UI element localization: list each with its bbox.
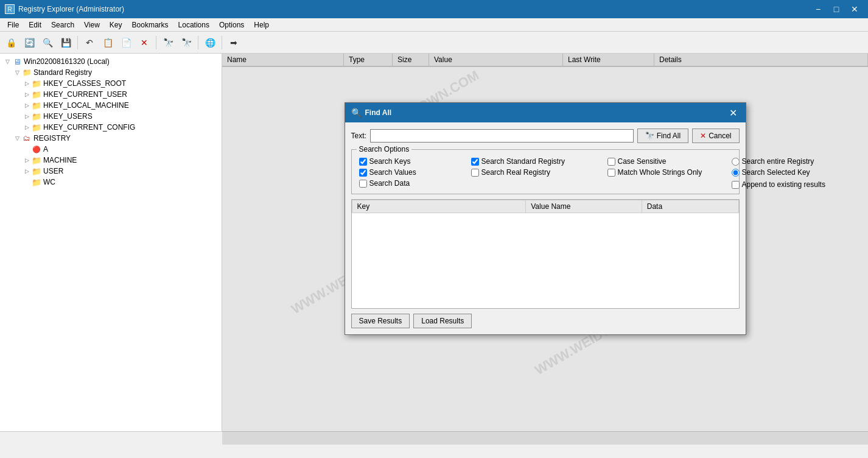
menu-locations[interactable]: Locations xyxy=(173,19,214,30)
copy-button[interactable]: 📋 xyxy=(99,34,116,51)
reg-user-label: USER xyxy=(43,167,63,175)
tree-hkcc[interactable]: ▷ 📁 HKEY_CURRENT_CONFIG xyxy=(2,122,219,133)
case-sensitive-label[interactable]: Case Sensitive xyxy=(618,157,667,166)
find-text-input[interactable] xyxy=(370,129,634,143)
menu-help[interactable]: Help xyxy=(249,19,274,30)
append-to-existing-checkbox[interactable] xyxy=(732,181,740,189)
search-keys-label[interactable]: Search Keys xyxy=(369,157,411,166)
find-all-button[interactable]: 🔭 Find All xyxy=(637,129,688,143)
tree-reg-a[interactable]: 🔴 A xyxy=(2,144,219,155)
options-col-1: Search Keys Search Values Search Data xyxy=(359,157,469,189)
hku-expander[interactable]: ▷ xyxy=(22,111,32,121)
refresh-button[interactable]: 🔄 xyxy=(21,34,38,51)
registry-expander[interactable]: ▽ xyxy=(12,133,22,143)
tree-reg-user[interactable]: ▷ 📁 USER xyxy=(2,166,219,177)
hklm-icon: 📁 xyxy=(32,100,41,110)
cancel-label: Cancel xyxy=(709,132,731,140)
lock-button[interactable]: 🔒 xyxy=(2,34,19,51)
results-table-container: Key Value Name Data xyxy=(351,199,740,309)
menu-file[interactable]: File xyxy=(2,19,24,30)
computer-icon: 🖥 xyxy=(12,57,22,66)
search-real-registry-label[interactable]: Search Real Registry xyxy=(481,168,550,177)
binoculars2-button[interactable]: 🔭 xyxy=(178,34,195,51)
registry-icon: 🗂 xyxy=(22,133,32,143)
results-header-row: Key Value Name Data xyxy=(352,200,738,213)
save-button[interactable]: 💾 xyxy=(57,34,74,51)
find-dialog-close-button[interactable]: ✕ xyxy=(727,107,740,119)
match-whole-strings-label[interactable]: Match Whole Strings Only xyxy=(618,168,702,177)
reg-wc-expander[interactable] xyxy=(22,177,32,187)
root-expander[interactable]: ▽ xyxy=(2,57,12,66)
bookmark-button[interactable]: 🌐 xyxy=(201,34,219,51)
search-values-label[interactable]: Search Values xyxy=(369,168,416,177)
menu-edit[interactable]: Edit xyxy=(24,19,46,30)
case-sensitive-checkbox[interactable] xyxy=(607,158,615,166)
hkcc-expander[interactable]: ▷ xyxy=(22,122,32,132)
tree-hkcu[interactable]: ▷ 📁 HKEY_CURRENT_USER xyxy=(2,89,219,100)
append-to-existing-label[interactable]: Append to existing results xyxy=(742,180,825,189)
search-toolbar-button[interactable]: 🔍 xyxy=(39,34,56,51)
std-reg-expander[interactable]: ▽ xyxy=(12,68,22,77)
delete-button[interactable]: ✕ xyxy=(136,34,153,51)
col-data[interactable]: Data xyxy=(642,200,738,213)
reg-user-expander[interactable]: ▷ xyxy=(22,166,32,176)
search-values-option: Search Values xyxy=(359,168,469,177)
menu-options[interactable]: Options xyxy=(214,19,249,30)
search-standard-registry-label[interactable]: Search Standard Registry xyxy=(481,157,565,166)
col-value-name[interactable]: Value Name xyxy=(526,200,642,213)
reg-machine-expander[interactable]: ▷ xyxy=(22,155,32,165)
undo-button[interactable]: ↶ xyxy=(81,34,98,51)
cancel-button[interactable]: ✕ Cancel xyxy=(692,129,739,143)
tree-reg-machine[interactable]: ▷ 📁 MACHINE xyxy=(2,155,219,166)
root-label: Win202008161320 (Local) xyxy=(24,57,110,66)
hklm-expander[interactable]: ▷ xyxy=(22,100,32,110)
tree-hku[interactable]: ▷ 📁 HKEY_USERS xyxy=(2,111,219,122)
close-button[interactable]: ✕ xyxy=(846,1,863,18)
search-selected-key-label[interactable]: Search Selected Key xyxy=(742,168,810,177)
save-results-button[interactable]: Save Results xyxy=(351,314,410,328)
menu-bar: File Edit Search View Key Bookmarks Loca… xyxy=(0,18,868,32)
search-keys-checkbox[interactable] xyxy=(359,158,367,166)
case-sensitive-option: Case Sensitive xyxy=(607,157,729,166)
search-keys-option: Search Keys xyxy=(359,157,469,166)
hkcr-expander[interactable]: ▷ xyxy=(22,79,32,88)
hkcu-expander[interactable]: ▷ xyxy=(22,90,32,99)
menu-view[interactable]: View xyxy=(79,19,105,30)
maximize-button[interactable]: □ xyxy=(828,1,845,18)
tree-hklm[interactable]: ▷ 📁 HKEY_LOCAL_MACHINE xyxy=(2,100,219,111)
tree-reg-wc[interactable]: 📁 WC xyxy=(2,177,219,188)
match-whole-strings-checkbox[interactable] xyxy=(607,169,615,177)
tree-hkcr[interactable]: ▷ 📁 HKEY_CLASSES_ROOT xyxy=(2,78,219,89)
search-values-checkbox[interactable] xyxy=(359,169,367,177)
arrow-button[interactable]: ➡ xyxy=(225,34,242,51)
tree-root[interactable]: ▽ 🖥 Win202008161320 (Local) xyxy=(2,56,219,67)
reg-a-expander[interactable] xyxy=(22,144,32,154)
menu-bookmarks[interactable]: Bookmarks xyxy=(127,19,173,30)
menu-key[interactable]: Key xyxy=(105,19,127,30)
minimize-button[interactable]: − xyxy=(810,1,827,18)
title-bar-text: Registry Explorer (Administrator) xyxy=(18,5,124,13)
tree-standard-registry[interactable]: ▽ 📁 Standard Registry xyxy=(2,67,219,78)
dialog-overlay: 🔍 Find All ✕ Text: 🔭 Find All xyxy=(222,54,868,445)
search-data-label[interactable]: Search Data xyxy=(369,179,410,188)
col-key[interactable]: Key xyxy=(352,200,526,213)
find-icon: 🔭 xyxy=(645,132,654,140)
load-results-button[interactable]: Load Results xyxy=(413,314,472,328)
search-standard-reg-option: Search Standard Registry xyxy=(471,157,605,166)
find-dialog-title-text: Find All xyxy=(365,108,392,117)
search-real-registry-checkbox[interactable] xyxy=(471,169,479,177)
search-selected-key-radio[interactable] xyxy=(732,169,740,177)
menu-search[interactable]: Search xyxy=(46,19,79,30)
search-entire-registry-radio[interactable] xyxy=(732,158,740,166)
tree-registry[interactable]: ▽ 🗂 REGISTRY xyxy=(2,133,219,144)
search-data-checkbox[interactable] xyxy=(359,180,367,188)
dialog-bottom-buttons: Save Results Load Results xyxy=(351,314,740,328)
search-options-group: Search Options Search Keys Sear xyxy=(351,149,740,194)
search-entire-registry-label[interactable]: Search entire Registry xyxy=(742,157,814,166)
toolbar-separator-4 xyxy=(222,36,222,49)
binoculars1-button[interactable]: 🔭 xyxy=(159,34,177,51)
find-dialog: 🔍 Find All ✕ Text: 🔭 Find All xyxy=(345,102,746,335)
reg-machine-icon: 📁 xyxy=(32,155,41,165)
search-standard-registry-checkbox[interactable] xyxy=(471,158,479,166)
paste-button[interactable]: 📄 xyxy=(117,34,135,51)
